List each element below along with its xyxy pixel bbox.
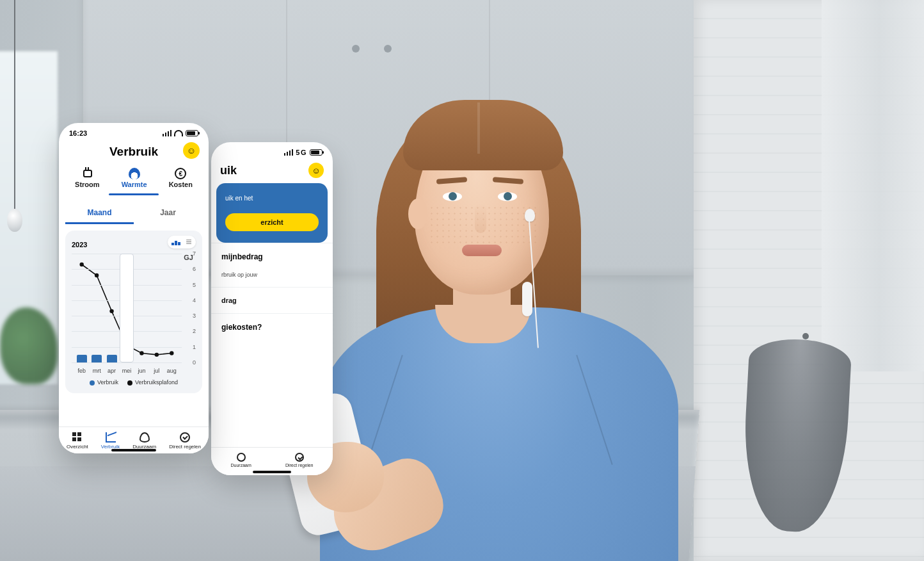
line-point[interactable] (109, 309, 113, 313)
x-tick: aug (164, 368, 179, 374)
nose (475, 204, 486, 233)
earbud (525, 209, 535, 222)
x-tick: jul (149, 368, 164, 374)
y-tick: 4 (193, 297, 196, 304)
usage-bar[interactable] (92, 355, 102, 362)
subtab-jaar[interactable]: Jaar (134, 203, 202, 224)
promo-cta-button[interactable]: erzicht (225, 213, 319, 231)
hair-fringe (403, 100, 563, 170)
y-tick: 3 (193, 313, 196, 319)
legend-dot-icon (90, 380, 95, 386)
wifi-icon (174, 130, 183, 136)
tab-warmte[interactable]: Warmte (118, 165, 151, 191)
status-bar: 5G (211, 142, 333, 163)
subtab-maand[interactable]: Maand (65, 203, 134, 224)
x-tick: feb (74, 368, 90, 374)
footer-question: giekosten? (211, 313, 333, 341)
pendant-lamp-bulb (7, 209, 22, 232)
page-title: Verbruik (109, 145, 158, 159)
line-point[interactable] (80, 263, 84, 266)
cabinet-handle (352, 45, 360, 53)
towel-hook (802, 333, 809, 339)
y-tick: 6 (193, 266, 196, 272)
leaf-icon (139, 432, 150, 443)
eye (443, 192, 462, 201)
battery-icon (186, 130, 198, 136)
cabinet-handle (384, 45, 392, 53)
chart-view-toggle[interactable]: ≡ (168, 236, 196, 248)
check-circle-icon (180, 432, 190, 443)
cell-signal-icon (284, 149, 293, 156)
trend-icon (106, 432, 116, 443)
tab-stroom[interactable]: Stroom (71, 165, 104, 191)
curtain (822, 0, 924, 371)
status-time: 16:23 (69, 129, 87, 137)
promo-text: uik en het (225, 195, 319, 202)
tab-kosten[interactable]: € Kosten (165, 165, 196, 191)
phone-mockup-front: 16:23 Verbruik ☺ Stroom Warmte € Kosten (59, 123, 209, 453)
legend-cap: Verbruiksplafond (127, 379, 178, 386)
profile-avatar[interactable]: ☺ (183, 142, 200, 159)
flame-icon (129, 168, 140, 179)
x-tick: mrt (89, 368, 104, 374)
hair-part (477, 102, 480, 154)
nav-item-verbruik[interactable]: Verbruik (101, 432, 120, 450)
promo-card: uik en het erzicht (216, 183, 328, 243)
profile-avatar[interactable]: ☺ (308, 163, 324, 178)
chart-view-bars-option[interactable] (169, 237, 183, 247)
period-tabs: Maand Jaar (65, 203, 202, 224)
chart-card: ≡ 2023 GJ 01234567febmrtaprmeijunjulaug … (65, 231, 202, 393)
home-indicator (253, 471, 291, 473)
usage-bar[interactable] (107, 355, 117, 362)
battery-icon (310, 149, 323, 156)
nav-item-duurzaam[interactable]: Duurzaam (132, 432, 156, 450)
lips (462, 245, 502, 256)
nav-item-overzicht[interactable]: Overzicht (67, 432, 88, 450)
leaf-icon (237, 453, 246, 462)
usage-bar[interactable] (77, 355, 87, 362)
check-circle-icon (295, 453, 304, 462)
x-tick: apr (104, 368, 120, 374)
page-title: uik (220, 164, 237, 177)
chart-view-list-option[interactable]: ≡ (183, 236, 195, 248)
selected-month-highlight (120, 254, 134, 362)
line-point[interactable] (139, 351, 143, 355)
chart-legend: Verbruik Verbruiksplafond (72, 379, 196, 386)
home-indicator (111, 449, 156, 451)
nav-item-direct-regelen[interactable]: Direct regelen (169, 432, 201, 450)
x-tick: jun (134, 368, 149, 374)
y-tick: 1 (193, 344, 196, 350)
line-point[interactable] (95, 273, 99, 277)
network-label: 5G (296, 149, 307, 156)
y-tick: 0 (193, 359, 196, 366)
y-tick: 2 (193, 328, 196, 334)
plug-icon (81, 168, 93, 179)
x-tick: mei (119, 368, 134, 374)
line-point[interactable] (155, 353, 159, 357)
status-bar: 16:23 (59, 123, 209, 143)
section-subtext: rbruik op jouw (211, 270, 333, 287)
category-tabs: Stroom Warmte € Kosten (59, 165, 209, 193)
nav-item-direct-regelen[interactable]: Direct regelen (285, 453, 314, 468)
person (333, 83, 665, 561)
usage-chart[interactable]: 01234567febmrtaprmeijunjulaug (72, 254, 196, 373)
cell-signal-icon (163, 130, 171, 136)
section-heading: mijnbedrag (211, 243, 333, 270)
earbud-controller (522, 282, 532, 316)
nav-item-duurzaam[interactable]: Duurzaam (231, 453, 251, 468)
y-tick: 7 (193, 250, 196, 257)
legend-dot-icon (127, 380, 132, 386)
euro-icon: € (175, 168, 186, 179)
line-point[interactable] (170, 351, 173, 355)
phone-mockups: 5G uik ☺ uik en het erzicht mijnbedrag r… (59, 123, 289, 482)
pendant-lamp-cord (14, 0, 15, 211)
tab-underline (109, 193, 158, 195)
phone-mockup-back: 5G uik ☺ uik en het erzicht mijnbedrag r… (211, 142, 333, 475)
bar-chart-icon (171, 239, 180, 245)
y-tick: 5 (193, 282, 196, 288)
legend-usage: Verbruik (90, 379, 118, 386)
ear (408, 199, 427, 229)
grid-icon (72, 432, 83, 443)
section-link[interactable]: drag (211, 287, 333, 313)
chart-line-layer (72, 254, 196, 373)
